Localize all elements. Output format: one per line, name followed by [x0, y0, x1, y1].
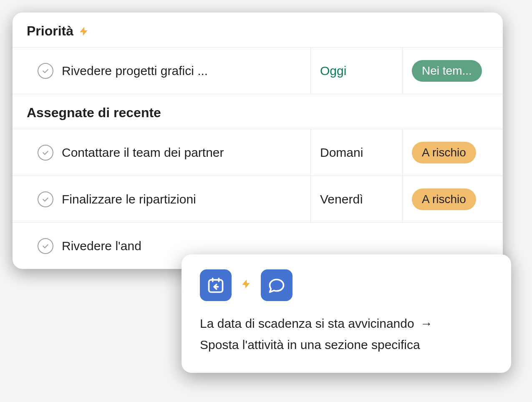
arrow-right-icon: →: [420, 313, 433, 334]
popover-line2: Sposta l'attività in una sezione specifi…: [200, 334, 493, 355]
due-date-text: Venerdì: [320, 192, 363, 206]
status-cell[interactable]: A rischio: [403, 129, 503, 176]
section-title: Assegnate di recente: [27, 105, 161, 121]
section-title: Priorità: [27, 23, 73, 39]
section-header-priority[interactable]: Priorità: [13, 13, 503, 47]
comment-icon: [261, 269, 292, 301]
task-row[interactable]: Finalizzare le ripartizioni Venerdì A ri…: [13, 176, 503, 222]
due-date-text: Domani: [320, 146, 363, 160]
status-cell[interactable]: Nei tem...: [403, 48, 503, 94]
complete-check-icon[interactable]: [38, 238, 53, 254]
bolt-icon: [241, 278, 252, 292]
task-row[interactable]: Rivedere progetti grafici ... Oggi Nei t…: [13, 47, 503, 94]
section-header-recent[interactable]: Assegnate di recente: [13, 94, 503, 129]
task-name-cell: Rivedere progetti grafici ...: [13, 48, 311, 94]
status-badge: A rischio: [412, 188, 476, 210]
bolt-icon: [78, 26, 89, 37]
due-date-cell[interactable]: Venerdì: [311, 176, 403, 222]
task-name-cell: Finalizzare le ripartizioni: [13, 176, 311, 222]
due-date-cell[interactable]: Oggi: [311, 48, 403, 94]
due-date-cell[interactable]: Domani: [311, 129, 403, 176]
task-name: Finalizzare le ripartizioni: [62, 192, 196, 206]
task-name: Rivedere progetti grafici ...: [62, 64, 208, 78]
task-name: Contattare il team dei partner: [62, 146, 224, 160]
task-list-card: Priorità Rivedere progetti grafici ... O…: [13, 13, 503, 269]
task-name: Rivedere l'and: [62, 239, 141, 253]
task-name-cell: Contattare il team dei partner: [13, 129, 311, 176]
automation-popover: La data di scadenza si sta avvicinando →…: [182, 254, 511, 373]
status-cell[interactable]: A rischio: [403, 176, 503, 222]
status-badge: A rischio: [412, 142, 476, 163]
popover-text: La data di scadenza si sta avvicinando →…: [200, 313, 493, 355]
complete-check-icon[interactable]: [38, 191, 53, 207]
complete-check-icon[interactable]: [38, 63, 53, 79]
calendar-back-icon: [200, 269, 232, 301]
due-date-text: Oggi: [320, 64, 346, 78]
complete-check-icon[interactable]: [38, 145, 53, 161]
popover-icon-row: [200, 269, 493, 301]
status-badge: Nei tem...: [412, 60, 482, 82]
task-row[interactable]: Contattare il team dei partner Domani A …: [13, 129, 503, 176]
popover-line1: La data di scadenza si sta avvicinando: [200, 317, 414, 330]
